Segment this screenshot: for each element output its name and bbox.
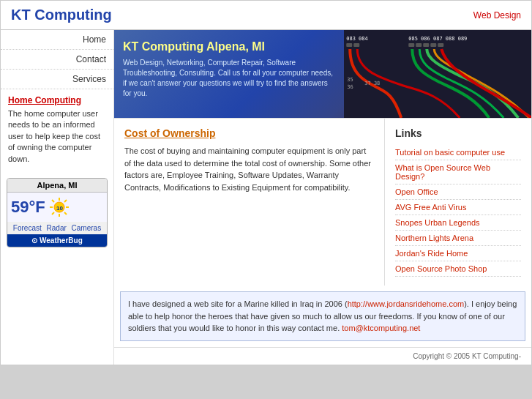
svg-rect-15	[408, 43, 414, 47]
link-jordans-ride[interactable]: Jordan's Ride Home	[395, 246, 521, 261]
link-snopes[interactable]: Snopes Urban Legends	[395, 215, 521, 231]
home-computing-text: The home computer user needs to be an in…	[1, 108, 113, 172]
web-design-link[interactable]: Web Design	[473, 10, 521, 20]
radar-link[interactable]: Radar	[47, 224, 67, 232]
weather-widget: Alpena, MI 59°F 10	[7, 178, 108, 247]
svg-rect-13	[346, 43, 352, 47]
nav-services[interactable]: Services	[1, 70, 113, 89]
link-tutorial[interactable]: Tutorial on basic computer use	[395, 145, 521, 160]
content-area: KT Computing Alpena, MI Web Design, Netw…	[114, 30, 531, 365]
cost-title: Cost of Ownership	[124, 127, 374, 139]
copyright-bar: Copyright © 2005 KT Computing-	[114, 347, 531, 365]
svg-line-5	[52, 200, 54, 202]
svg-rect-14	[353, 43, 359, 47]
notice-link[interactable]: http://www.jordansridehome.com	[348, 299, 465, 308]
hero-description: Web Design, Networking, Computer Repair,…	[123, 58, 335, 99]
cables-svg: 083 084 085 086 087 088 089	[344, 30, 532, 118]
link-opensource-webdesign[interactable]: What is Open Source Web Design?	[395, 160, 521, 184]
forecast-link[interactable]: Forecast	[13, 224, 42, 232]
notice-text-1: I have designed a web site for a Marine …	[128, 299, 348, 308]
svg-rect-18	[430, 43, 436, 47]
svg-text:10: 10	[56, 205, 63, 212]
weather-links: Forecast Radar Cameras	[7, 222, 107, 234]
home-computing-link[interactable]: Home Computing	[1, 89, 113, 108]
page-wrapper: KT Computing Web Design Home Contact Ser…	[0, 0, 532, 365]
link-openoffice[interactable]: Open Office	[395, 184, 521, 200]
weather-location: Alpena, MI	[7, 179, 107, 193]
link-gimp[interactable]: Open Source Photo Shop	[395, 261, 521, 277]
footer-notice: I have designed a web site for a Marine …	[120, 291, 525, 341]
weather-sun-icon: 10	[48, 196, 70, 218]
weather-body: 59°F 10	[7, 193, 107, 222]
sidebar: Home Contact Services Home Computing The…	[1, 30, 114, 365]
links-section: Links Tutorial on basic computer use Wha…	[385, 119, 531, 286]
site-title: KT Computing	[11, 7, 112, 23]
weatherbug-bar[interactable]: ⊙ WeatherBug	[7, 234, 107, 247]
cameras-link[interactable]: Cameras	[72, 224, 102, 232]
link-avg[interactable]: AVG Free Anti Virus	[395, 200, 521, 215]
cost-body: The cost of buying and maintaining compu…	[124, 145, 374, 193]
weather-temp: 59°F	[11, 198, 45, 217]
svg-line-8	[52, 212, 54, 215]
nav-home[interactable]: Home	[1, 30, 113, 50]
svg-text:35: 35	[347, 77, 353, 83]
hero-title: KT Computing Alpena, MI	[123, 40, 335, 53]
svg-rect-16	[416, 43, 422, 47]
svg-text:085 086 087 088 089: 085 086 087 088 089	[408, 36, 467, 42]
header: KT Computing Web Design	[1, 1, 531, 30]
hero-text-area: KT Computing Alpena, MI Web Design, Netw…	[114, 30, 344, 109]
two-col: Cost of Ownership The cost of buying and…	[114, 118, 531, 286]
nav-contact[interactable]: Contact	[1, 50, 113, 70]
link-northern-lights[interactable]: Northern Lights Arena	[395, 231, 521, 246]
svg-line-7	[64, 200, 67, 202]
cost-section: Cost of Ownership The cost of buying and…	[114, 119, 385, 286]
notice-email[interactable]: tom@ktcomputing.net	[342, 324, 420, 332]
svg-line-6	[64, 212, 67, 215]
hero-banner: KT Computing Alpena, MI Web Design, Netw…	[114, 30, 531, 118]
hero-image-area: 083 084 085 086 087 088 089	[344, 30, 532, 118]
links-title: Links	[395, 127, 521, 139]
main-layout: Home Contact Services Home Computing The…	[1, 30, 531, 365]
svg-text:083 084: 083 084	[346, 36, 368, 42]
svg-text:36: 36	[347, 84, 353, 90]
svg-text:37 38: 37 38	[364, 81, 380, 86]
svg-rect-19	[438, 43, 443, 47]
svg-rect-17	[423, 43, 429, 47]
